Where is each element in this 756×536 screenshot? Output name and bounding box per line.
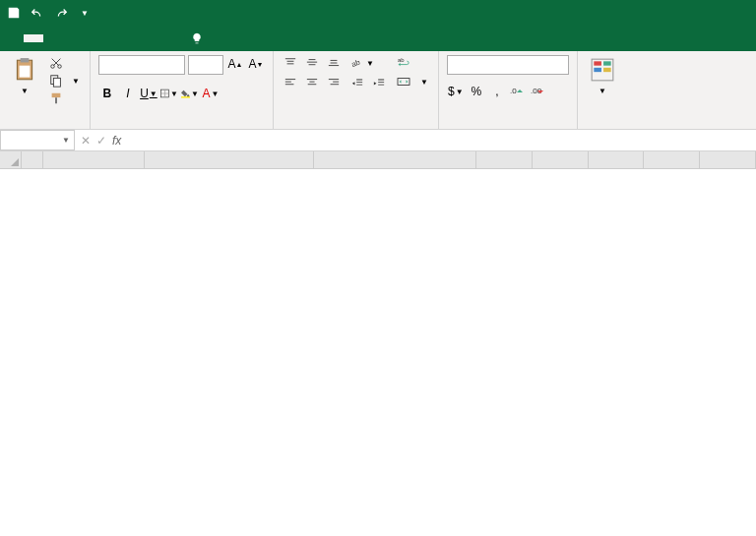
font-name-select[interactable] bbox=[98, 55, 185, 75]
chevron-down-icon: ▼ bbox=[21, 87, 29, 95]
bold-button[interactable]: B bbox=[98, 85, 116, 102]
cond-format-icon bbox=[590, 57, 615, 83]
col-header[interactable] bbox=[533, 151, 589, 169]
cut-button[interactable] bbox=[47, 55, 82, 71]
group-number: $▼ % , .0 .00 bbox=[439, 51, 578, 129]
copy-button[interactable]: ▼ bbox=[47, 73, 82, 89]
save-icon[interactable] bbox=[6, 5, 22, 21]
chevron-down-icon: ▼ bbox=[598, 87, 606, 95]
percent-button[interactable]: % bbox=[468, 83, 485, 100]
column-headers bbox=[0, 151, 756, 169]
col-header[interactable] bbox=[22, 151, 44, 169]
col-header[interactable] bbox=[145, 151, 314, 169]
brush-icon bbox=[49, 91, 63, 105]
borders-button[interactable]: ▼ bbox=[160, 85, 178, 102]
tab-formulas[interactable] bbox=[83, 34, 102, 42]
svg-rect-2 bbox=[20, 66, 31, 78]
redo-icon[interactable] bbox=[53, 5, 69, 21]
svg-rect-38 bbox=[603, 68, 611, 72]
svg-text:.0: .0 bbox=[510, 87, 517, 95]
italic-button[interactable]: I bbox=[119, 85, 137, 102]
tab-data[interactable] bbox=[102, 34, 122, 42]
group-styles: ▼ bbox=[578, 51, 627, 129]
merge-center-button[interactable]: ▼ bbox=[394, 75, 430, 89]
menubar bbox=[0, 26, 756, 51]
undo-icon[interactable] bbox=[30, 5, 45, 21]
col-header[interactable] bbox=[314, 151, 476, 169]
increase-decimal-button[interactable]: .0 bbox=[509, 83, 527, 100]
name-box[interactable]: ▼ bbox=[0, 130, 75, 150]
group-alignment: ab▼ ab ▼ bbox=[274, 51, 439, 129]
increase-font-button[interactable]: A▲ bbox=[226, 55, 244, 73]
comma-button[interactable]: , bbox=[488, 83, 506, 100]
select-all-corner[interactable] bbox=[0, 151, 22, 169]
quick-access-toolbar: ▼ bbox=[6, 5, 93, 21]
group-label-clipboard bbox=[8, 125, 82, 127]
align-left-button[interactable] bbox=[282, 75, 299, 90]
fx-icon[interactable]: fx bbox=[112, 134, 121, 148]
tab-layout[interactable] bbox=[63, 34, 83, 42]
tab-review[interactable] bbox=[122, 34, 142, 42]
col-header[interactable] bbox=[644, 151, 700, 169]
align-top-button[interactable] bbox=[282, 55, 299, 71]
chevron-down-icon: ▼ bbox=[72, 77, 80, 86]
titlebar: ▼ bbox=[0, 0, 756, 26]
increase-indent-button[interactable] bbox=[370, 75, 388, 90]
svg-rect-36 bbox=[603, 61, 611, 65]
svg-rect-10 bbox=[181, 96, 190, 97]
svg-rect-37 bbox=[594, 68, 601, 72]
paste-button[interactable]: ▼ bbox=[8, 55, 41, 97]
svg-text:ab: ab bbox=[350, 58, 361, 69]
align-middle-button[interactable] bbox=[303, 55, 321, 71]
qat-dropdown-icon[interactable]: ▼ bbox=[77, 5, 93, 21]
enter-icon[interactable]: ✓ bbox=[96, 134, 106, 148]
clipboard-icon bbox=[12, 57, 37, 83]
format-painter-button[interactable] bbox=[47, 90, 82, 106]
cancel-icon[interactable]: ✕ bbox=[81, 134, 91, 148]
conditional-formatting-button[interactable]: ▼ bbox=[586, 55, 619, 97]
group-clipboard: ▼ ▼ bbox=[0, 51, 91, 129]
tab-view[interactable] bbox=[142, 34, 161, 42]
tab-insert[interactable] bbox=[43, 34, 63, 42]
wrap-icon: ab bbox=[396, 56, 411, 68]
tell-me[interactable] bbox=[191, 32, 207, 44]
number-format-select[interactable] bbox=[447, 55, 569, 75]
scissors-icon bbox=[49, 56, 63, 70]
decrease-decimal-button[interactable]: .00 bbox=[530, 83, 547, 100]
spreadsheet-grid bbox=[0, 151, 756, 169]
col-header[interactable] bbox=[589, 151, 645, 169]
col-header[interactable] bbox=[476, 151, 533, 169]
copy-icon bbox=[49, 74, 63, 88]
currency-button[interactable]: $▼ bbox=[447, 83, 465, 100]
underline-button[interactable]: U▼ bbox=[140, 85, 158, 102]
svg-text:ab: ab bbox=[398, 57, 405, 63]
wrap-text-button[interactable]: ab bbox=[394, 55, 430, 69]
align-center-button[interactable] bbox=[303, 75, 321, 90]
col-header[interactable] bbox=[43, 151, 145, 169]
lightbulb-icon bbox=[191, 32, 203, 44]
tab-help[interactable] bbox=[161, 34, 181, 42]
ribbon: ▼ ▼ bbox=[0, 51, 756, 130]
chevron-down-icon: ▼ bbox=[62, 136, 70, 145]
group-font: A▲ A▼ B I U▼ ▼ ▼ A▼ bbox=[91, 51, 274, 129]
decrease-indent-button[interactable] bbox=[348, 75, 366, 90]
chevron-down-icon: ▼ bbox=[420, 78, 428, 87]
tab-file[interactable] bbox=[4, 34, 24, 42]
group-label-number bbox=[447, 125, 569, 127]
align-bottom-button[interactable] bbox=[325, 55, 343, 71]
formula-bar: ▼ ✕ ✓ fx bbox=[0, 130, 756, 151]
merge-icon bbox=[396, 76, 411, 88]
font-color-button[interactable]: A▼ bbox=[202, 85, 220, 102]
orientation-button[interactable]: ab▼ bbox=[348, 55, 374, 71]
tab-home[interactable] bbox=[24, 34, 43, 42]
svg-rect-6 bbox=[53, 78, 60, 87]
decrease-font-button[interactable]: A▼ bbox=[247, 55, 265, 73]
group-label-font bbox=[98, 125, 265, 127]
fill-color-button[interactable]: ▼ bbox=[181, 85, 199, 102]
font-size-select[interactable] bbox=[188, 55, 223, 75]
svg-rect-35 bbox=[594, 61, 601, 65]
col-header[interactable] bbox=[700, 151, 756, 169]
svg-rect-1 bbox=[21, 58, 30, 62]
group-label-alignment bbox=[282, 125, 430, 127]
align-right-button[interactable] bbox=[325, 75, 343, 90]
